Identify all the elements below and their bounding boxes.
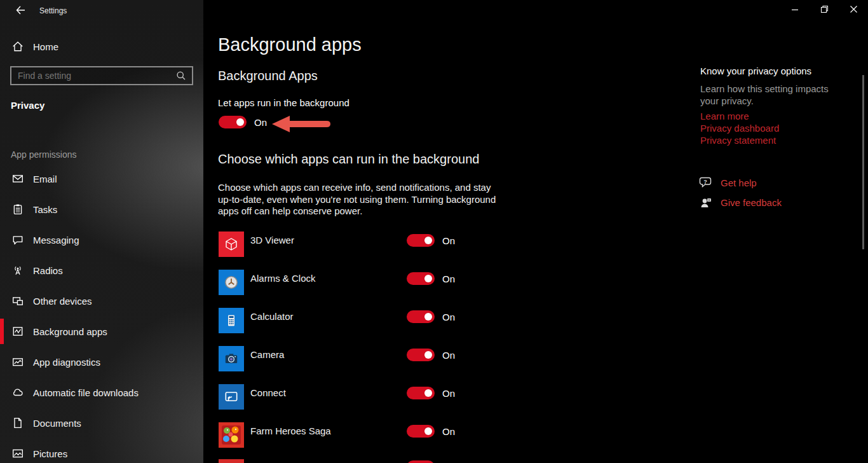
3d-viewer-app-icon (219, 232, 244, 257)
sidebar-item-home[interactable]: Home (0, 32, 203, 60)
toggle-knob (424, 275, 432, 282)
search-box (10, 66, 193, 85)
app-row: Camera On (219, 346, 485, 371)
calculator-app-icon (219, 308, 244, 333)
toggle-knob (424, 313, 432, 321)
toggle-knob (424, 237, 432, 244)
toggle-knob (424, 427, 432, 435)
sidebar-item-messaging[interactable]: Messaging (0, 226, 203, 254)
sidebar-item-label: Other devices (33, 296, 92, 307)
master-toggle[interactable] (219, 116, 247, 128)
sidebar-item-radios[interactable]: Radios (0, 256, 203, 284)
app-name: Farm Heroes Saga (250, 425, 331, 436)
give-feedback-label: Give feedback (721, 197, 782, 208)
sidebar-item-label: Messaging (33, 235, 79, 245)
sidebar: Settings Home Privacy App permissions Em… (0, 0, 203, 463)
sidebar-item-label: Home (33, 41, 58, 52)
toggle-knob (236, 118, 244, 126)
partial-app-icon (219, 459, 244, 463)
app-toggle-state: On (442, 426, 455, 437)
app-row: Alarms & Clock On (219, 270, 485, 295)
app-toggle[interactable] (407, 234, 435, 247)
minimize-icon (791, 4, 799, 16)
back-button[interactable] (8, 3, 33, 20)
cloud-icon (12, 387, 24, 398)
sidebar-item-background-apps[interactable]: Background apps (0, 317, 203, 345)
app-row: Farm Heroes Saga On (219, 422, 485, 448)
app-toggle-state: On (442, 350, 455, 361)
toggle-knob (424, 389, 432, 397)
alarms-clock-app-icon (219, 270, 244, 295)
app-toggle-state: On (442, 312, 455, 322)
sidebar-item-email[interactable]: Email (0, 165, 203, 193)
restore-button[interactable] (810, 0, 839, 20)
sidebar-item-app-diagnostics[interactable]: App diagnostics (0, 348, 203, 376)
background-apps-icon (12, 326, 24, 337)
sidebar-item-documents[interactable]: Documents (0, 409, 203, 437)
app-title: Settings (39, 6, 67, 15)
get-help-link[interactable]: ? Get help (698, 176, 757, 190)
app-toggle[interactable] (407, 425, 435, 438)
messaging-icon (12, 234, 24, 245)
app-toggle[interactable] (407, 272, 435, 285)
sidebar-item-other-devices[interactable]: Other devices (0, 287, 203, 315)
radios-icon (12, 265, 24, 276)
app-toggle[interactable] (407, 310, 435, 323)
sidebar-section-title: Privacy (11, 100, 44, 111)
restore-icon (820, 4, 829, 16)
get-help-label: Get help (721, 177, 757, 188)
privacy-statement-link[interactable]: Privacy statement (700, 135, 776, 146)
app-row: Connect On (219, 384, 485, 410)
app-diagnostics-icon (12, 356, 24, 368)
app-name: Alarms & Clock (250, 273, 316, 284)
minimize-button[interactable] (780, 0, 810, 20)
privacy-options-description: Learn how this setting impacts your priv… (700, 83, 848, 107)
sidebar-item-pictures[interactable]: Pictures (0, 439, 203, 463)
sidebar-item-label: Radios (33, 265, 63, 276)
app-toggle[interactable] (407, 349, 435, 361)
svg-text:?: ? (703, 179, 707, 185)
help-chat-icon: ? (698, 176, 712, 190)
sidebar-item-label: Automatic file downloads (33, 387, 139, 398)
sidebar-group-label: App permissions (11, 149, 77, 160)
app-name: 3D Viewer (250, 235, 294, 245)
sidebar-item-label: App diagnostics (33, 357, 100, 368)
email-icon (12, 173, 24, 184)
privacy-options-heading: Know your privacy options (700, 66, 811, 76)
app-row: Calculator On (219, 308, 485, 333)
section-heading: Background Apps (218, 69, 318, 83)
close-icon (850, 4, 858, 16)
sidebar-item-tasks[interactable]: Tasks (0, 195, 203, 223)
camera-app-icon (219, 346, 244, 371)
search-input[interactable] (11, 71, 176, 81)
search-icon[interactable] (176, 71, 186, 81)
feedback-person-icon (700, 196, 712, 209)
back-arrow-icon (15, 5, 25, 18)
give-feedback-link[interactable]: Give feedback (700, 196, 782, 209)
app-row-partial (219, 459, 485, 463)
pictures-icon (12, 448, 24, 459)
close-button[interactable] (839, 0, 868, 20)
app-toggle-state: On (442, 273, 455, 284)
document-icon (12, 417, 24, 429)
choose-apps-heading: Choose which apps can run in the backgro… (218, 152, 479, 167)
sidebar-item-label: Tasks (33, 204, 57, 215)
app-row: 3D Viewer On (219, 232, 485, 257)
selected-item-indicator (0, 319, 4, 344)
learn-more-link[interactable]: Learn more (700, 111, 749, 121)
sidebar-item-label: Background apps (33, 326, 107, 337)
annotation-arrow-icon (272, 115, 330, 135)
app-name: Camera (250, 349, 284, 360)
tasks-icon (12, 204, 24, 215)
app-toggle-state: On (442, 388, 455, 399)
farm-heroes-saga-app-icon (219, 422, 244, 448)
app-toggle[interactable] (407, 387, 435, 399)
app-toggle[interactable] (407, 460, 435, 463)
sidebar-item-label: Email (33, 174, 57, 184)
sidebar-item-label: Pictures (33, 448, 67, 459)
master-toggle-state: On (254, 117, 267, 128)
privacy-dashboard-link[interactable]: Privacy dashboard (700, 123, 779, 134)
sidebar-item-automatic-file-downloads[interactable]: Automatic file downloads (0, 378, 203, 406)
toggle-knob (424, 351, 432, 359)
scrollbar[interactable] (862, 75, 864, 249)
